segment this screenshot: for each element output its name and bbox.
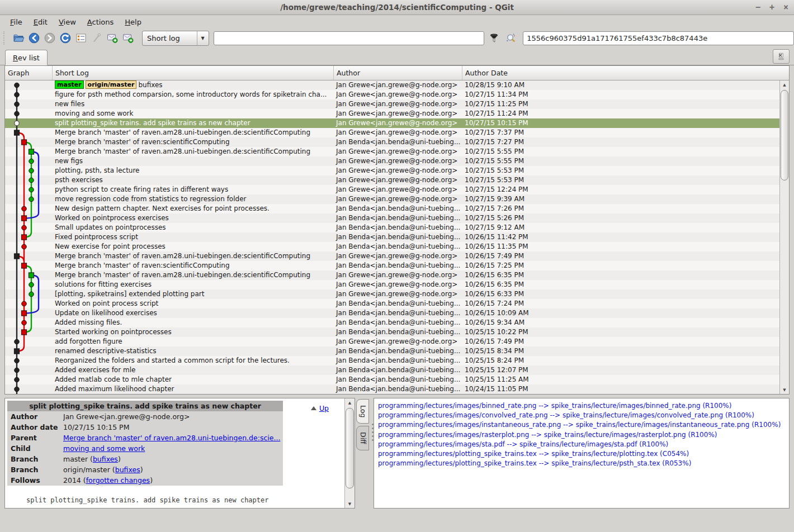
- rev-list-row[interactable]: Merge branch 'master' of raven.am28.uni-…: [5, 147, 779, 156]
- file-rename-item[interactable]: programming/lectures/plotting_spike_trai…: [378, 449, 789, 459]
- author-date-cell: 10/25/15 11:25 AM: [462, 375, 779, 384]
- file-rename-item[interactable]: programming/lectures/images/sta.pdf --> …: [378, 440, 789, 449]
- scrollbar-thumb[interactable]: [781, 90, 788, 180]
- sha-input[interactable]: [523, 31, 794, 45]
- rev-list-row[interactable]: plotting, psth, sta lectureJan Grewe<jan…: [5, 166, 779, 175]
- filter-button[interactable]: [486, 31, 501, 45]
- column-header-author-date[interactable]: Author Date: [462, 66, 789, 80]
- rev-list-row[interactable]: Merge branch 'master' of raven.am28.uni-…: [5, 251, 779, 261]
- rev-list-row[interactable]: Merge branch 'master' of raven:scientifi…: [5, 137, 779, 147]
- rev-list-row[interactable]: Started working on pointprocessesJan Ben…: [5, 327, 779, 337]
- rev-list-row[interactable]: Merge branch 'master' of raven:scientifi…: [5, 261, 779, 270]
- rev-list-row[interactable]: Worked on pointprocess exercisesJan Bend…: [5, 213, 779, 223]
- rev-list-row[interactable]: masterorigin/masterbufixesJan Grewe<jan.…: [5, 80, 779, 90]
- file-rename-item[interactable]: programming/lectures/images/binned_rate.…: [378, 401, 789, 411]
- reload-button[interactable]: [58, 31, 73, 46]
- up-link-label[interactable]: Up: [319, 404, 329, 412]
- highlight-button[interactable]: [503, 31, 518, 45]
- file-rename-item[interactable]: programming/lectures/images/convolved_ra…: [378, 411, 789, 420]
- rev-list-row[interactable]: Added maximum likelihood chapterJan Bend…: [5, 384, 779, 394]
- close-button[interactable]: ×: [783, 3, 788, 12]
- scroll-down-icon[interactable]: ▼: [780, 386, 789, 394]
- author-date-cell: 10/25/15 8:24 PM: [462, 356, 779, 365]
- rev-list-row[interactable]: python script to create firing rates in …: [5, 185, 779, 194]
- rev-list-row[interactable]: moving and some workJan Grewe<jan.grewe@…: [5, 109, 779, 118]
- scroll-up-icon[interactable]: ▲: [780, 80, 789, 89]
- author-cell: Jan Grewe<jan.grewe@g-node.org>: [334, 147, 462, 156]
- scroll-down-icon[interactable]: ▼: [345, 500, 355, 508]
- menu-file[interactable]: File: [4, 16, 28, 28]
- rev-list-row[interactable]: Reorganized the folders and started a co…: [5, 356, 779, 365]
- file-rename-item[interactable]: programming/lectures/images/instantaneou…: [378, 420, 789, 430]
- rev-list-row[interactable]: figure for psth method comparsion, some …: [5, 90, 779, 99]
- rev-list-row[interactable]: Added matlab code to mle chapterJan Bend…: [5, 375, 779, 384]
- detail-scrollbar[interactable]: ▲ ▼: [344, 398, 355, 508]
- rev-list-row[interactable]: [plotting, spiketrains] extended plottin…: [5, 289, 779, 299]
- author-date-cell: 10/27/15 11:25 PM: [462, 99, 779, 109]
- rev-list-row[interactable]: Fixed pointprocess scriptJan Benda<jan.b…: [5, 232, 779, 242]
- file-rename-item[interactable]: programming/lectures/images/rasterplot.p…: [378, 430, 789, 440]
- rev-list-row[interactable]: Merge branch 'master' of raven.am28.uni-…: [5, 128, 779, 137]
- forward-button[interactable]: [42, 31, 58, 46]
- rev-list-row[interactable]: Added exercises for mleJan Benda<jan.ben…: [5, 365, 779, 375]
- commit-info-value: Merge branch 'master' of raven.am28.uni-…: [63, 434, 283, 443]
- rev-list-row[interactable]: Small updates on pointprocessesJan Benda…: [5, 223, 779, 232]
- commit-link[interactable]: bufixes: [93, 455, 118, 463]
- short-log-cell: Merge branch 'master' of raven.am28.uni-…: [53, 128, 334, 137]
- rev-list-row[interactable]: Update on likelihood exercisesJan Benda<…: [5, 308, 779, 318]
- back-button[interactable]: [27, 31, 42, 46]
- menu-actions[interactable]: Actions: [82, 16, 120, 28]
- file-rename-item[interactable]: programming/lectures/plotting_spike_trai…: [378, 459, 789, 468]
- rev-list-row[interactable]: new figsJan Grewe<jan.grewe@g-node.org>1…: [5, 156, 779, 166]
- commit-link[interactable]: moving and some work: [63, 444, 145, 453]
- title-bar[interactable]: /home/grewe/teaching/2014/scientificComp…: [0, 0, 794, 15]
- minimize-button[interactable]: −: [755, 3, 760, 12]
- rev-list-row[interactable]: Added missing files.Jan Benda<jan.benda@…: [5, 318, 779, 327]
- side-tab-log[interactable]: Log: [356, 399, 369, 424]
- log-mode-select[interactable]: Short log ▼: [142, 31, 209, 46]
- toolbar-drag-handle[interactable]: [3, 31, 8, 45]
- rev-list-row[interactable]: move regression code from statistics to …: [5, 194, 779, 204]
- open-repository-button[interactable]: [11, 31, 26, 46]
- scrollbar-thumb[interactable]: [346, 408, 354, 488]
- side-tab-diff[interactable]: Diff: [356, 426, 369, 450]
- revlist-scrollbar[interactable]: ▲ ▼: [779, 80, 789, 394]
- rev-list-row[interactable]: psth exercisesJan Grewe<jan.grewe@g-node…: [5, 175, 779, 185]
- detail-side-tabs: LogDiff: [356, 399, 371, 450]
- rev-list-row[interactable]: New exercise for point processesJan Bend…: [5, 242, 779, 251]
- rev-list-row[interactable]: renamed descriptive-statisticsJan Benda<…: [5, 346, 779, 356]
- column-header-short-log[interactable]: Short Log: [53, 66, 334, 80]
- rev-list-row[interactable]: new filesJan Grewe<jan.grewe@g-node.org>…: [5, 99, 779, 109]
- author-date-cell: 10/26/15 10:09 AM: [462, 308, 779, 318]
- commit-link[interactable]: bufixes: [115, 466, 140, 474]
- author-cell: Jan Benda<jan.benda@uni-tuebing...: [334, 242, 462, 251]
- rev-list-row[interactable]: solutions for fitting exercisesJan Grewe…: [5, 280, 779, 289]
- search-input[interactable]: [214, 31, 485, 45]
- rev-list-row[interactable]: Merge branch 'master' of raven.am28.uni-…: [5, 270, 779, 280]
- author-cell: Jan Benda<jan.benda@uni-tuebing...: [334, 261, 462, 270]
- column-header-graph[interactable]: Graph: [5, 66, 53, 80]
- rev-list-row[interactable]: split plotting_spike trains. add spike t…: [5, 118, 779, 128]
- column-header-author[interactable]: Author: [334, 66, 462, 80]
- menu-edit[interactable]: Edit: [28, 16, 53, 28]
- format-patch-button[interactable]: [121, 31, 136, 46]
- maximize-button[interactable]: +: [769, 3, 774, 12]
- wand-button[interactable]: [89, 31, 105, 46]
- rev-list-row[interactable]: Worked on point process scriptJan Benda<…: [5, 299, 779, 308]
- commit-link[interactable]: Merge branch 'master' of raven.am28.uni-…: [63, 434, 280, 442]
- commit-link[interactable]: forgotten changes: [86, 476, 150, 484]
- menu-help[interactable]: Help: [119, 16, 147, 28]
- tab-corner-button[interactable]: [773, 49, 790, 64]
- rev-list-row[interactable]: New design pattern chapter. Next exercis…: [5, 204, 779, 213]
- author-cell: Jan Grewe<jan.grewe@g-node.org>: [334, 80, 462, 90]
- apply-patch-button[interactable]: [105, 31, 120, 46]
- menu-view[interactable]: View: [53, 16, 82, 28]
- graph-cell: [5, 166, 53, 175]
- scroll-up-icon[interactable]: ▲: [345, 398, 355, 407]
- up-link[interactable]: Up: [311, 404, 329, 412]
- short-log-text: Merge branch 'master' of raven.am28.uni-…: [55, 252, 310, 260]
- tab-rev-list[interactable]: Rev list: [5, 50, 48, 65]
- tree-view-button[interactable]: [74, 31, 89, 46]
- rev-list-row[interactable]: add forgotten figureJan Grewe<jan.grewe@…: [5, 337, 779, 346]
- short-log-text: psth exercises: [55, 176, 103, 184]
